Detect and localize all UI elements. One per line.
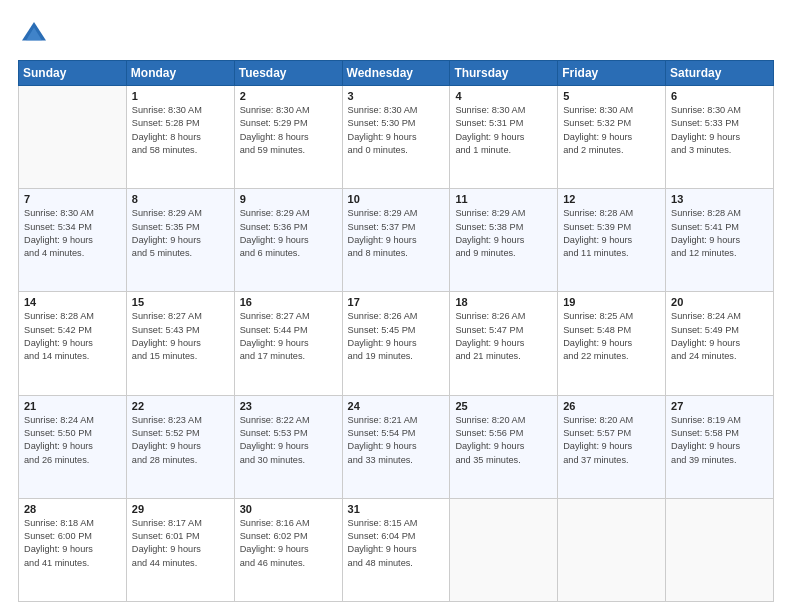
day-info: Sunrise: 8:30 AMSunset: 5:29 PMDaylight:… — [240, 104, 337, 157]
day-header-monday: Monday — [126, 61, 234, 86]
day-number: 9 — [240, 193, 337, 205]
day-number: 7 — [24, 193, 121, 205]
calendar-cell: 8Sunrise: 8:29 AMSunset: 5:35 PMDaylight… — [126, 189, 234, 292]
day-header-sunday: Sunday — [19, 61, 127, 86]
calendar-cell: 9Sunrise: 8:29 AMSunset: 5:36 PMDaylight… — [234, 189, 342, 292]
calendar-cell: 7Sunrise: 8:30 AMSunset: 5:34 PMDaylight… — [19, 189, 127, 292]
day-info: Sunrise: 8:23 AMSunset: 5:52 PMDaylight:… — [132, 414, 229, 467]
day-info: Sunrise: 8:16 AMSunset: 6:02 PMDaylight:… — [240, 517, 337, 570]
calendar-cell: 19Sunrise: 8:25 AMSunset: 5:48 PMDayligh… — [558, 292, 666, 395]
calendar-cell: 24Sunrise: 8:21 AMSunset: 5:54 PMDayligh… — [342, 395, 450, 498]
day-info: Sunrise: 8:24 AMSunset: 5:49 PMDaylight:… — [671, 310, 768, 363]
day-info: Sunrise: 8:30 AMSunset: 5:34 PMDaylight:… — [24, 207, 121, 260]
day-number: 25 — [455, 400, 552, 412]
day-number: 23 — [240, 400, 337, 412]
calendar-cell: 17Sunrise: 8:26 AMSunset: 5:45 PMDayligh… — [342, 292, 450, 395]
day-number: 30 — [240, 503, 337, 515]
calendar-cell — [19, 86, 127, 189]
week-row-4: 21Sunrise: 8:24 AMSunset: 5:50 PMDayligh… — [19, 395, 774, 498]
day-number: 8 — [132, 193, 229, 205]
calendar: SundayMondayTuesdayWednesdayThursdayFrid… — [18, 60, 774, 602]
logo-icon — [18, 18, 50, 50]
calendar-header: SundayMondayTuesdayWednesdayThursdayFrid… — [19, 61, 774, 86]
day-info: Sunrise: 8:20 AMSunset: 5:57 PMDaylight:… — [563, 414, 660, 467]
calendar-cell — [450, 498, 558, 601]
day-info: Sunrise: 8:21 AMSunset: 5:54 PMDaylight:… — [348, 414, 445, 467]
logo — [18, 18, 54, 50]
calendar-cell: 23Sunrise: 8:22 AMSunset: 5:53 PMDayligh… — [234, 395, 342, 498]
day-info: Sunrise: 8:27 AMSunset: 5:44 PMDaylight:… — [240, 310, 337, 363]
day-info: Sunrise: 8:15 AMSunset: 6:04 PMDaylight:… — [348, 517, 445, 570]
day-number: 27 — [671, 400, 768, 412]
day-info: Sunrise: 8:28 AMSunset: 5:42 PMDaylight:… — [24, 310, 121, 363]
day-info: Sunrise: 8:29 AMSunset: 5:37 PMDaylight:… — [348, 207, 445, 260]
day-number: 14 — [24, 296, 121, 308]
day-number: 15 — [132, 296, 229, 308]
calendar-cell: 10Sunrise: 8:29 AMSunset: 5:37 PMDayligh… — [342, 189, 450, 292]
day-info: Sunrise: 8:22 AMSunset: 5:53 PMDaylight:… — [240, 414, 337, 467]
calendar-cell: 31Sunrise: 8:15 AMSunset: 6:04 PMDayligh… — [342, 498, 450, 601]
day-number: 2 — [240, 90, 337, 102]
day-number: 3 — [348, 90, 445, 102]
day-info: Sunrise: 8:27 AMSunset: 5:43 PMDaylight:… — [132, 310, 229, 363]
calendar-cell: 25Sunrise: 8:20 AMSunset: 5:56 PMDayligh… — [450, 395, 558, 498]
calendar-cell: 11Sunrise: 8:29 AMSunset: 5:38 PMDayligh… — [450, 189, 558, 292]
day-header-tuesday: Tuesday — [234, 61, 342, 86]
day-info: Sunrise: 8:26 AMSunset: 5:45 PMDaylight:… — [348, 310, 445, 363]
day-number: 1 — [132, 90, 229, 102]
week-row-1: 1Sunrise: 8:30 AMSunset: 5:28 PMDaylight… — [19, 86, 774, 189]
calendar-cell: 2Sunrise: 8:30 AMSunset: 5:29 PMDaylight… — [234, 86, 342, 189]
day-number: 22 — [132, 400, 229, 412]
week-row-2: 7Sunrise: 8:30 AMSunset: 5:34 PMDaylight… — [19, 189, 774, 292]
day-info: Sunrise: 8:24 AMSunset: 5:50 PMDaylight:… — [24, 414, 121, 467]
calendar-cell: 29Sunrise: 8:17 AMSunset: 6:01 PMDayligh… — [126, 498, 234, 601]
calendar-cell — [558, 498, 666, 601]
day-info: Sunrise: 8:30 AMSunset: 5:28 PMDaylight:… — [132, 104, 229, 157]
calendar-body: 1Sunrise: 8:30 AMSunset: 5:28 PMDaylight… — [19, 86, 774, 602]
days-row: SundayMondayTuesdayWednesdayThursdayFrid… — [19, 61, 774, 86]
calendar-cell: 16Sunrise: 8:27 AMSunset: 5:44 PMDayligh… — [234, 292, 342, 395]
day-number: 21 — [24, 400, 121, 412]
header — [18, 18, 774, 50]
calendar-cell: 4Sunrise: 8:30 AMSunset: 5:31 PMDaylight… — [450, 86, 558, 189]
day-info: Sunrise: 8:30 AMSunset: 5:32 PMDaylight:… — [563, 104, 660, 157]
calendar-cell: 26Sunrise: 8:20 AMSunset: 5:57 PMDayligh… — [558, 395, 666, 498]
calendar-cell — [666, 498, 774, 601]
day-info: Sunrise: 8:28 AMSunset: 5:41 PMDaylight:… — [671, 207, 768, 260]
day-info: Sunrise: 8:17 AMSunset: 6:01 PMDaylight:… — [132, 517, 229, 570]
calendar-cell: 3Sunrise: 8:30 AMSunset: 5:30 PMDaylight… — [342, 86, 450, 189]
day-info: Sunrise: 8:20 AMSunset: 5:56 PMDaylight:… — [455, 414, 552, 467]
day-info: Sunrise: 8:30 AMSunset: 5:33 PMDaylight:… — [671, 104, 768, 157]
day-number: 10 — [348, 193, 445, 205]
day-number: 31 — [348, 503, 445, 515]
day-number: 29 — [132, 503, 229, 515]
calendar-cell: 6Sunrise: 8:30 AMSunset: 5:33 PMDaylight… — [666, 86, 774, 189]
day-number: 24 — [348, 400, 445, 412]
day-header-thursday: Thursday — [450, 61, 558, 86]
day-number: 18 — [455, 296, 552, 308]
calendar-cell: 5Sunrise: 8:30 AMSunset: 5:32 PMDaylight… — [558, 86, 666, 189]
calendar-cell: 14Sunrise: 8:28 AMSunset: 5:42 PMDayligh… — [19, 292, 127, 395]
calendar-cell: 13Sunrise: 8:28 AMSunset: 5:41 PMDayligh… — [666, 189, 774, 292]
day-number: 20 — [671, 296, 768, 308]
page: SundayMondayTuesdayWednesdayThursdayFrid… — [0, 0, 792, 612]
day-header-wednesday: Wednesday — [342, 61, 450, 86]
day-number: 17 — [348, 296, 445, 308]
day-info: Sunrise: 8:26 AMSunset: 5:47 PMDaylight:… — [455, 310, 552, 363]
day-number: 5 — [563, 90, 660, 102]
day-number: 13 — [671, 193, 768, 205]
day-number: 19 — [563, 296, 660, 308]
week-row-3: 14Sunrise: 8:28 AMSunset: 5:42 PMDayligh… — [19, 292, 774, 395]
day-number: 16 — [240, 296, 337, 308]
calendar-cell: 15Sunrise: 8:27 AMSunset: 5:43 PMDayligh… — [126, 292, 234, 395]
day-number: 6 — [671, 90, 768, 102]
calendar-cell: 20Sunrise: 8:24 AMSunset: 5:49 PMDayligh… — [666, 292, 774, 395]
day-info: Sunrise: 8:19 AMSunset: 5:58 PMDaylight:… — [671, 414, 768, 467]
calendar-cell: 22Sunrise: 8:23 AMSunset: 5:52 PMDayligh… — [126, 395, 234, 498]
day-info: Sunrise: 8:29 AMSunset: 5:35 PMDaylight:… — [132, 207, 229, 260]
day-header-saturday: Saturday — [666, 61, 774, 86]
calendar-cell: 28Sunrise: 8:18 AMSunset: 6:00 PMDayligh… — [19, 498, 127, 601]
day-info: Sunrise: 8:28 AMSunset: 5:39 PMDaylight:… — [563, 207, 660, 260]
day-info: Sunrise: 8:25 AMSunset: 5:48 PMDaylight:… — [563, 310, 660, 363]
calendar-cell: 30Sunrise: 8:16 AMSunset: 6:02 PMDayligh… — [234, 498, 342, 601]
